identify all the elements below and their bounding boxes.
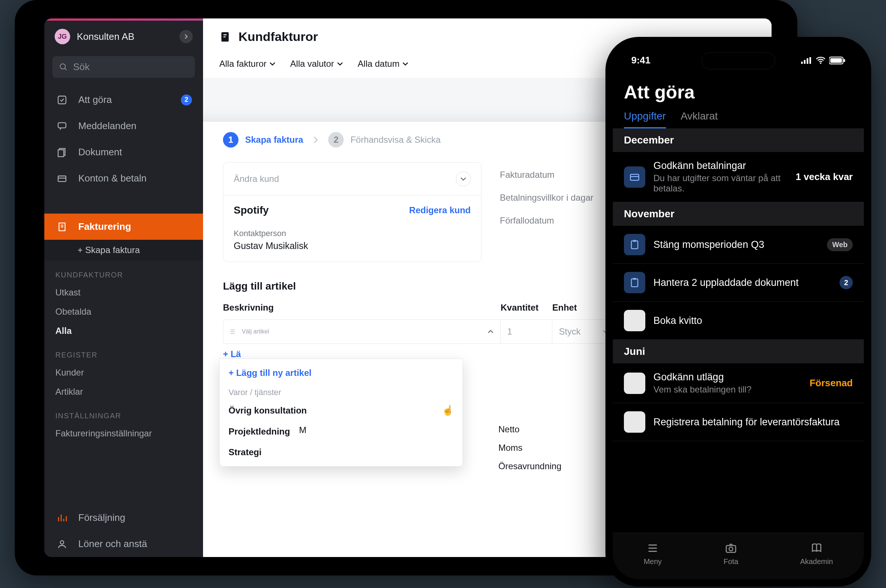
nav-label: Fakturering (78, 221, 131, 232)
sub-faktset[interactable]: Faktureringsinställningar (44, 424, 203, 443)
svg-rect-16 (844, 59, 845, 62)
org-name: Konsulten AB (77, 31, 134, 42)
card-icon (56, 173, 69, 184)
task-handle-docs[interactable]: Hantera 2 uppladdade dokument 2 (613, 264, 864, 302)
nav-label: Meddelanden (78, 120, 137, 132)
contact-value: Gustav Musikalisk (234, 238, 471, 251)
step-label: Förhandsvisa & Skicka (350, 135, 441, 145)
phone-tabs: Uppgifter Avklarat (613, 110, 864, 128)
nav-accounts[interactable]: Konton & betaln (44, 165, 203, 192)
add-invoice-link[interactable]: + Skapa faktura (44, 240, 203, 260)
invoice-icon (56, 222, 69, 232)
task-title: Godkänn utlägg (653, 372, 802, 383)
card-icon (624, 166, 645, 188)
nav-sales[interactable]: Försäljning (44, 505, 203, 531)
search-icon (59, 63, 68, 72)
filter-all-currencies[interactable]: Alla valutor (290, 58, 343, 69)
dd-add-new[interactable]: + Lägg till ny artikel (220, 363, 463, 383)
nav-label: Att göra (78, 94, 112, 105)
svg-rect-9 (801, 62, 803, 64)
item-select[interactable]: ☰ Välj artikel (223, 320, 500, 344)
step-number: 1 (223, 132, 239, 147)
search-input[interactable]: Sök (53, 56, 195, 78)
dd-category-label: Varor / tjänster (220, 383, 463, 399)
bn-fota[interactable]: Fota (724, 542, 739, 566)
sub-alla[interactable]: Alla (44, 321, 203, 340)
task-approve-payments[interactable]: Godkänn betalningar Du har utgifter som … (613, 152, 864, 202)
invoice-page-icon (219, 31, 232, 43)
nav-list-3: Försäljning Löner och anstä (44, 505, 203, 557)
chevron-down-icon (337, 61, 343, 67)
battery-icon (829, 57, 845, 64)
nav-messages[interactable]: Meddelanden (44, 113, 203, 139)
org-avatar: JG (55, 29, 70, 44)
menu-icon (647, 542, 659, 554)
task-title: Hantera 2 uppladdade dokument (653, 277, 831, 288)
step-preview[interactable]: 2 Förhandsvisa & Skicka (328, 132, 441, 147)
documents-icon (56, 147, 69, 158)
receipt-thumb-icon (624, 310, 645, 331)
phone-screen: 9:41 Att göra Uppgifter Avklarat Decembe… (613, 44, 864, 579)
svg-rect-10 (804, 60, 806, 64)
dd-option[interactable]: Övrig konsultation ☝ (220, 399, 463, 421)
brand-row[interactable]: JG Konsulten AB (44, 18, 203, 52)
task-title: Boka kvitto (653, 315, 853, 327)
nav-label: Försäljning (78, 512, 125, 524)
nav-invoicing[interactable]: Fakturering (44, 214, 203, 240)
total-netto: Netto (498, 424, 561, 435)
cursor-icon: ☝ (442, 405, 454, 416)
svg-rect-19 (633, 240, 636, 242)
task-book-receipt[interactable]: Boka kvitto (613, 302, 864, 340)
customer-box: Ändra kund Spotify Redigera kund Kontak (223, 162, 481, 262)
task-title: Stäng momsperioden Q3 (653, 239, 819, 250)
person-icon (56, 539, 69, 549)
phone-frame: 9:41 Att göra Uppgifter Avklarat Decembe… (605, 37, 871, 586)
signal-icon (801, 57, 812, 64)
step-create[interactable]: 1 Skapa faktura (223, 132, 303, 147)
item-dropdown: + Lägg till ny artikel Varor / tjänster … (219, 358, 463, 466)
dd-option[interactable]: Strategi (220, 442, 463, 463)
chart-icon (56, 513, 69, 523)
task-approve-expense[interactable]: Godkänn utlägg Vem ska betalningen till?… (613, 363, 864, 403)
item-placeholder: Välj artikel (242, 328, 269, 335)
drag-handle-icon[interactable]: ☰ (230, 328, 235, 335)
section-label: KUNDFAKTUROR (44, 260, 203, 283)
contact-label: Kontaktperson (234, 229, 471, 238)
change-customer-row[interactable]: Ändra kund (223, 163, 481, 195)
qty-input[interactable]: 1 (500, 320, 552, 344)
clipboard-icon (624, 272, 645, 293)
bn-menu[interactable]: Meny (644, 542, 662, 566)
task-title: Godkänn betalningar (653, 160, 787, 171)
total-ore: Öresavrundning (498, 461, 561, 471)
dd-option[interactable]: Projektledning (220, 421, 463, 442)
sub-artiklar[interactable]: Artiklar (44, 382, 203, 401)
bn-akademin[interactable]: Akademin (800, 542, 833, 566)
th-desc: Beskrivning (223, 303, 501, 313)
wifi-icon (816, 57, 826, 64)
sub-obetalda[interactable]: Obetalda (44, 302, 203, 321)
tab-avklarat[interactable]: Avklarat (681, 110, 718, 128)
change-customer-label: Ändra kund (234, 174, 279, 184)
task-register-payment[interactable]: Registrera betalning för leverantörsfakt… (613, 403, 864, 441)
svg-point-23 (729, 547, 733, 551)
task-subtitle: Vem ska betalningen till? (653, 383, 802, 395)
org-switch-icon[interactable] (179, 30, 193, 43)
search-placeholder: Sök (73, 61, 90, 73)
edit-customer-link[interactable]: Redigera kund (409, 205, 471, 215)
nav-payroll[interactable]: Löner och anstä (44, 531, 203, 557)
nav-todo[interactable]: Att göra 2 (44, 87, 203, 113)
chevron-down-icon[interactable] (456, 171, 471, 186)
svg-rect-5 (58, 176, 66, 182)
sub-utkast[interactable]: Utkast (44, 283, 203, 302)
sub-kunder[interactable]: Kunder (44, 363, 203, 382)
page-title: Kundfakturor (239, 30, 318, 44)
nav-documents[interactable]: Dokument (44, 139, 203, 165)
tab-uppgifter[interactable]: Uppgifter (624, 110, 666, 128)
task-close-vat[interactable]: Stäng momsperioden Q3 Web (613, 226, 864, 264)
svg-rect-17 (630, 174, 639, 180)
section-november: November (613, 202, 864, 226)
filter-all-invoices[interactable]: Alla fakturor (219, 58, 275, 69)
task-due: 1 vecka kvar (796, 171, 853, 183)
svg-point-13 (820, 62, 821, 64)
filter-all-dates[interactable]: Alla datum (358, 58, 408, 69)
